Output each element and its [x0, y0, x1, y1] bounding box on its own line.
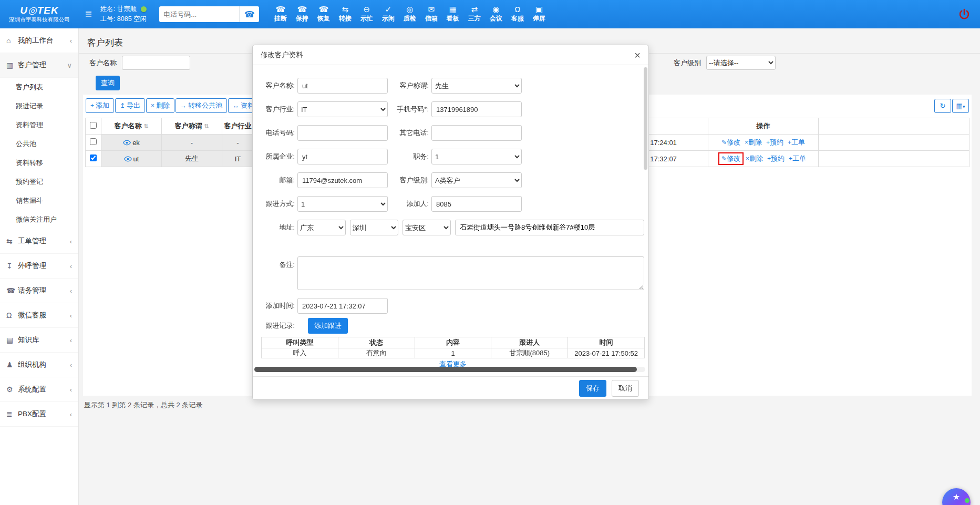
sidebar-item-wechat-followers[interactable]: 微信关注用户	[0, 210, 78, 229]
screen-pop-action[interactable]: ▣弹屏	[528, 5, 550, 23]
close-icon[interactable]: ×	[634, 50, 641, 60]
quality-icon: ◎	[399, 5, 420, 14]
sidebar-item-workbench[interactable]: ⌂ 我的工作台 ‹	[0, 28, 78, 53]
transfer-icon: ⇆	[334, 5, 356, 14]
sidebar-item-customer-mgmt[interactable]: ▥ 客户管理 ∨	[0, 53, 78, 78]
book-link[interactable]: +预约	[767, 154, 785, 162]
logout-power-button[interactable]	[958, 8, 971, 20]
outbound-mgmt-icon: ↧	[6, 262, 18, 270]
sidebar-item-follow-records[interactable]: 跟进记录	[0, 97, 78, 116]
ticket-link[interactable]: +工单	[789, 154, 806, 162]
remark-textarea[interactable]	[297, 256, 644, 290]
record-count-text: 显示第 1 到第 2 条记录，总共 2 条记录	[84, 400, 202, 410]
city-select[interactable]: 深圳	[350, 220, 398, 235]
refresh-button[interactable]: ↻	[934, 99, 951, 113]
delete-link[interactable]: ×删除	[746, 154, 763, 162]
quality-check-action[interactable]: ◎质检	[399, 5, 420, 23]
sidebar-item-data-mgmt[interactable]: 资料管理	[0, 116, 78, 135]
sidebar-item-data-transfer[interactable]: 资料转移	[0, 153, 78, 172]
adder-input[interactable]	[431, 196, 522, 212]
book-link[interactable]: +预约	[766, 138, 783, 146]
phone-number-input[interactable]	[159, 6, 239, 22]
plus-icon: +	[789, 155, 792, 162]
save-button[interactable]: 保存	[579, 380, 606, 397]
position-select[interactable]: 1	[431, 149, 522, 164]
follow-method-select[interactable]: 1	[297, 196, 388, 212]
header-customer-name[interactable]: 客户名称⇅	[101, 118, 162, 135]
hold-action[interactable]: ☎保持	[291, 5, 313, 23]
sidebar-item-call-mgmt[interactable]: ☎ 话务管理 ‹	[0, 279, 78, 303]
row-checkbox[interactable]	[90, 154, 97, 161]
edit-link[interactable]: ✎修改	[721, 154, 740, 162]
sidebar-item-outbound-mgmt[interactable]: ↧ 外呼管理 ‹	[0, 254, 78, 279]
header-customer-title[interactable]: 客户称谓⇅	[162, 118, 222, 135]
sidebar-item-sales-funnel[interactable]: 销售漏斗	[0, 191, 78, 210]
sidebar-item-system-config[interactable]: ⚙ 系统配置 ‹	[0, 377, 78, 402]
columns-button[interactable]: ▦▾	[952, 99, 969, 113]
field-industry: 客户行业: IT	[257, 101, 388, 117]
sidebar-item-appointment[interactable]: 预约登记	[0, 172, 78, 191]
mobile-input[interactable]	[431, 101, 522, 117]
phone-icon: ☎	[244, 10, 255, 19]
set-busy-action[interactable]: ⊖示忙	[356, 5, 377, 23]
customer-name-filter-input[interactable]	[122, 56, 190, 70]
customer-name-input[interactable]	[297, 78, 388, 94]
customer-level-filter-select[interactable]: --请选择--	[706, 56, 776, 70]
transfer-action[interactable]: ⇆转接	[334, 5, 356, 23]
cell-customer-name[interactable]: ek	[101, 135, 162, 151]
three-way-action[interactable]: ⇄三方	[463, 5, 485, 23]
edit-link[interactable]: ✎修改	[721, 138, 740, 146]
add-button[interactable]: +添加	[86, 98, 114, 113]
cell-customer-name[interactable]: ut	[101, 151, 162, 167]
set-idle-action[interactable]: ✓示闲	[377, 5, 399, 23]
cell-actions: ✎修改×删除+预约+工单	[708, 135, 819, 151]
table-tools: ↻ ▦▾	[934, 99, 969, 113]
company-input[interactable]	[297, 149, 388, 164]
add-time-label: 添加时间:	[257, 301, 295, 311]
sidebar-item-wechat-service[interactable]: Ω 微信客服 ‹	[0, 303, 78, 328]
sidebar-item-pbx-config[interactable]: ≣ PBX配置 ‹	[0, 402, 78, 427]
district-select[interactable]: 宝安区	[403, 220, 451, 235]
industry-label: 客户行业:	[257, 105, 295, 114]
email-input[interactable]	[297, 172, 388, 188]
industry-select[interactable]: IT	[297, 101, 388, 117]
export-button[interactable]: ↥导出	[115, 98, 145, 113]
chevron-left-icon: ‹	[70, 361, 72, 369]
power-icon	[958, 8, 971, 20]
hangup-action[interactable]: ☎挂断	[270, 5, 291, 23]
phone-input[interactable]	[297, 125, 388, 141]
call-button[interactable]: ☎	[239, 6, 259, 22]
other-phone-input[interactable]	[431, 125, 522, 141]
add-follow-button[interactable]: 添加跟进	[308, 318, 348, 334]
select-all-checkbox[interactable]	[90, 122, 97, 129]
address-detail-input[interactable]	[455, 220, 644, 235]
level-select[interactable]: A类客户	[431, 172, 522, 188]
dashboard-action[interactable]: ▦看板	[442, 5, 463, 23]
delete-button[interactable]: ×删除	[146, 98, 174, 113]
system-config-icon: ⚙	[6, 385, 18, 394]
screen-pop-icon: ▣	[528, 5, 550, 14]
transfer-pool-button[interactable]: →转移公共池	[176, 98, 227, 113]
add-time-input[interactable]	[297, 298, 388, 314]
ticket-link[interactable]: +工单	[788, 138, 805, 146]
header-customer-industry[interactable]: 客户行业	[222, 118, 254, 135]
cancel-button[interactable]: 取消	[612, 380, 639, 397]
conference-action[interactable]: ◉会议	[485, 5, 507, 23]
vertical-scrollbar-thumb[interactable]	[644, 67, 647, 170]
horizontal-scrollbar-thumb[interactable]	[254, 367, 637, 372]
row-checkbox[interactable]	[90, 138, 97, 145]
mailbox-action[interactable]: ✉信箱	[420, 5, 442, 23]
delete-link[interactable]: ×删除	[745, 138, 762, 146]
sidebar-item-customer-list[interactable]: 客户列表	[0, 78, 78, 97]
sidebar-item-ticket-mgmt[interactable]: ⇆ 工单管理 ‹	[0, 229, 78, 254]
green-dot	[965, 498, 969, 503]
salutation-select[interactable]: 先生	[431, 78, 522, 94]
resume-action[interactable]: ☎恢复	[313, 5, 334, 23]
sidebar-item-knowledge-base[interactable]: ▤ 知识库 ‹	[0, 328, 78, 353]
query-button[interactable]: 查询	[96, 76, 120, 90]
sidebar-item-public-pool[interactable]: 公共池	[0, 135, 78, 153]
sidebar-item-organization[interactable]: ♟ 组织机构 ‹	[0, 353, 78, 377]
province-select[interactable]: 广东	[297, 220, 346, 235]
customer-service-action[interactable]: Ω客服	[507, 5, 528, 23]
hamburger-menu-icon[interactable]: ≡	[85, 7, 92, 21]
